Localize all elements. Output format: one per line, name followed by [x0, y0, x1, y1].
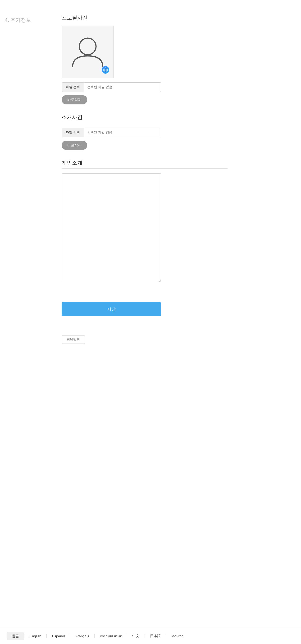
lang-divider-4: [94, 634, 95, 638]
bio-divider: [62, 168, 227, 168]
globe-icon: [103, 68, 108, 72]
lang-divider-2: [47, 634, 47, 638]
lang-divider-7: [166, 634, 166, 638]
lang-divider-3: [70, 634, 70, 638]
intro-photo-file-input: 파일 선택 선택된 파일 없음: [62, 128, 161, 137]
form-section: 프로필사진: [47, 10, 237, 618]
intro-photo-title: 소개사진: [62, 114, 227, 121]
bio-section: 개인소개: [62, 159, 227, 283]
lang-divider-1: [24, 634, 25, 638]
form-actions: 저장 회원탈퇴: [62, 302, 227, 358]
profile-photo-delete-button[interactable]: 바로삭제: [62, 95, 87, 104]
profile-photo-select-button[interactable]: 파일 선택: [62, 83, 84, 92]
lang-ja[interactable]: 日本語: [145, 632, 165, 640]
lang-fr[interactable]: Français: [71, 632, 94, 640]
main-content: 4. 추가정보 프로필사진: [0, 0, 301, 628]
lang-ko[interactable]: 한글: [7, 632, 24, 640]
intro-photo-select-button[interactable]: 파일 선택: [62, 128, 84, 137]
save-button[interactable]: 저장: [62, 302, 161, 316]
sidebar: 4. 추가정보: [0, 10, 47, 618]
bio-textarea[interactable]: [62, 173, 161, 282]
avatar-icon: [69, 33, 107, 71]
profile-photo-title: 프로필사진: [62, 14, 227, 21]
profile-photo-filename: 선택된 파일 없음: [84, 83, 161, 92]
lang-divider-6: [145, 634, 145, 638]
spacer: [62, 283, 227, 302]
profile-photo-container: [62, 26, 114, 78]
profile-photo-section: 프로필사진: [62, 14, 227, 114]
withdraw-button[interactable]: 회원탈퇴: [62, 335, 85, 344]
lang-divider-5: [127, 634, 127, 638]
intro-photo-section: 소개사진 파일 선택 선택된 파일 없음 바로삭제: [62, 114, 227, 159]
intro-photo-delete-button[interactable]: 바로삭제: [62, 141, 87, 150]
svg-point-0: [79, 38, 96, 55]
lang-es[interactable]: Español: [47, 632, 70, 640]
language-bar: 한글 English Español Français Русский язык…: [0, 628, 301, 644]
page-wrapper: 4. 추가정보 프로필사진: [0, 0, 301, 644]
lang-zh[interactable]: 中文: [128, 632, 144, 640]
profile-photo-file-input: 파일 선택 선택된 파일 없음: [62, 82, 161, 92]
lang-ru[interactable]: Русский язык: [95, 632, 126, 640]
sidebar-title: 4. 추가정보: [5, 16, 43, 24]
globe-badge: [102, 66, 109, 74]
intro-photo-filename: 선택된 파일 없음: [84, 128, 161, 137]
lang-mn[interactable]: Монгол: [167, 632, 188, 640]
bio-title: 개인소개: [62, 159, 227, 166]
lang-en[interactable]: English: [25, 632, 46, 640]
